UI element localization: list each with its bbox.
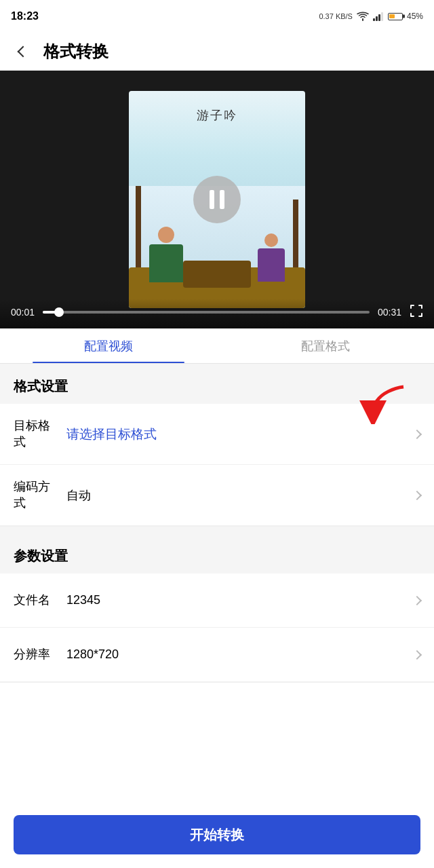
resolution-label: 分辨率 (14, 647, 50, 662)
status-time: 18:23 (11, 10, 39, 22)
convert-button-label: 开始转换 (190, 826, 244, 844)
fullscreen-icon (410, 304, 423, 318)
convert-button[interactable]: 开始转换 (14, 815, 420, 854)
back-arrow-icon (18, 46, 29, 58)
header: 格式转换 (0, 33, 434, 71)
param-settings-title: 参数设置 (14, 548, 68, 563)
video-controls: 00:01 00:31 (0, 299, 434, 328)
wifi-icon (357, 12, 369, 21)
target-format-item[interactable]: 目标格式 请选择目标格式 (0, 404, 434, 465)
tab-configure-video[interactable]: 配置视频 (0, 328, 217, 363)
progress-thumb[interactable] (54, 307, 64, 317)
format-settings-group: 目标格式 请选择目标格式 编码方式 自动 (0, 404, 434, 527)
svg-rect-3 (381, 12, 383, 21)
pause-bar-right (220, 190, 224, 209)
filename-right (414, 597, 420, 604)
page-title: 格式转换 (43, 41, 108, 62)
filename-item[interactable]: 文件名 12345 (0, 573, 434, 628)
filename-label: 文件名 (14, 592, 50, 608)
resolution-value: 1280*720 (66, 647, 119, 662)
svg-rect-2 (378, 14, 380, 21)
battery-icon (388, 13, 403, 20)
pause-icon (210, 190, 224, 209)
param-settings-header: 参数设置 (0, 533, 434, 573)
video-title: 游子吟 (197, 107, 237, 124)
battery-fill (389, 14, 395, 18)
current-time: 00:01 (11, 307, 35, 318)
target-format-label: 目标格式 (14, 418, 50, 450)
red-arrow-icon (359, 383, 414, 424)
tabs: 配置视频 配置格式 (0, 328, 434, 364)
target-format-right (414, 431, 420, 438)
chevron-right-resolution-icon (412, 649, 422, 659)
battery-percent: 45% (407, 12, 423, 21)
chevron-right-filename-icon (412, 595, 422, 605)
tab-configure-format[interactable]: 配置格式 (217, 328, 434, 363)
resolution-left: 分辨率 1280*720 (14, 647, 119, 662)
total-time: 00:31 (378, 307, 401, 318)
filename-value: 12345 (66, 593, 100, 607)
separator-1 (0, 527, 434, 533)
svg-rect-0 (373, 18, 375, 21)
bottom-button-area: 开始转换 (0, 807, 434, 868)
encoding-method-item[interactable]: 编码方式 自动 (0, 465, 434, 526)
chevron-right-encoding-icon (412, 490, 422, 499)
encoding-method-left: 编码方式 自动 (14, 479, 91, 511)
tab-configure-video-label: 配置视频 (84, 338, 133, 354)
network-speed: 0.37 KB/S (319, 12, 353, 20)
progress-bar[interactable] (43, 311, 370, 314)
fullscreen-button[interactable] (410, 304, 423, 320)
back-button[interactable] (11, 39, 35, 64)
target-format-value: 请选择目标格式 (66, 426, 157, 443)
encoding-method-label: 编码方式 (14, 479, 50, 511)
figure-right (258, 233, 285, 281)
status-icons: 0.37 KB/S 45% (319, 12, 423, 21)
bottom-spacer (0, 683, 434, 751)
figure-left (149, 227, 183, 281)
svg-rect-1 (376, 16, 378, 21)
filename-left: 文件名 12345 (14, 592, 100, 608)
encoding-method-right (414, 492, 420, 499)
video-player[interactable]: 游子吟 00:01 (0, 71, 434, 328)
tab-configure-format-label: 配置格式 (301, 338, 350, 354)
resolution-item[interactable]: 分辨率 1280*720 (0, 628, 434, 682)
chevron-right-icon (412, 429, 422, 438)
signal-icon (373, 12, 384, 21)
status-bar: 18:23 0.37 KB/S 45% (0, 0, 434, 33)
param-settings-group: 文件名 12345 分辨率 1280*720 (0, 573, 434, 683)
pause-bar-left (210, 190, 214, 209)
target-format-left: 目标格式 请选择目标格式 (14, 418, 157, 450)
resolution-right (414, 652, 420, 658)
encoding-method-value: 自动 (66, 487, 91, 504)
play-pause-button[interactable] (193, 176, 241, 223)
format-settings-title: 格式设置 (14, 379, 68, 394)
